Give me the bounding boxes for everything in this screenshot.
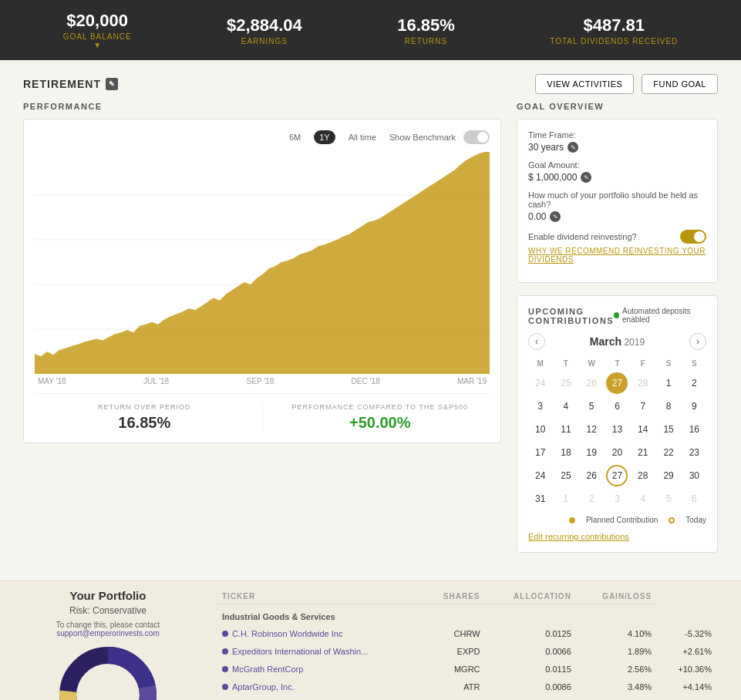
goal-amount-label: Goal Amount: <box>528 160 706 170</box>
table-row: AptarGroup, Inc. ATR 0.0086 3.48% +4.14% <box>216 678 718 696</box>
dividend-reinvest-toggle[interactable] <box>680 230 706 244</box>
earnings-value: $2,884.04 <box>227 15 302 35</box>
period-alltime-button[interactable]: All time <box>343 130 382 144</box>
stock-link-mgrc[interactable]: McGrath RentCorp <box>232 665 303 674</box>
calendar-year: 2019 <box>624 337 645 348</box>
calendar-grid: M T W T F S S 24 25 26 27 28 1 2 3 <box>528 356 706 510</box>
edit-contributions-link[interactable]: Edit recurring contributions <box>528 532 706 541</box>
cal-day-25-feb: 25 <box>555 372 577 394</box>
contact-email-link[interactable]: support@emperorinvests.com <box>56 629 160 638</box>
calendar-prev-button[interactable]: ‹ <box>528 333 545 350</box>
col-allocation: Allocation <box>487 589 578 604</box>
sector-header-row: Industrial Goods & Services <box>216 604 718 626</box>
cal-day-14: 14 <box>632 419 654 440</box>
cal-day-29: 29 <box>658 465 679 486</box>
cal-day-26-feb: 26 <box>581 372 602 394</box>
cal-day-15: 15 <box>658 419 679 440</box>
planned-legend-dot <box>569 517 575 523</box>
cal-day-5-apr: 5 <box>658 488 679 510</box>
cal-day-24: 24 <box>530 465 551 486</box>
goal-overview-card: Time Frame: 30 years ✎ Goal Amount: $ 1,… <box>517 119 718 283</box>
perf-controls: 6M 1Y All time Show Benchmark <box>35 130 490 144</box>
calendar-month-year: March 2019 <box>590 335 645 348</box>
calendar-legend: Planned Contribution Today <box>528 516 706 524</box>
cal-day-11: 11 <box>555 419 577 440</box>
stock-link-atr[interactable]: AptarGroup, Inc. <box>232 682 295 692</box>
return-period-label: RETURN OVER PERIOD <box>35 403 254 411</box>
portfolio-contact: To change this, please contact support@e… <box>23 621 193 638</box>
cal-header-w: W <box>580 356 604 371</box>
returns-label: RETURNS <box>397 37 455 45</box>
benchmark-toggle[interactable] <box>463 130 490 144</box>
benchmark-label: Show Benchmark <box>389 133 456 142</box>
cal-day-6: 6 <box>606 395 628 417</box>
view-activities-button[interactable]: VIEW ACTIVITIES <box>535 74 634 94</box>
fund-goal-button[interactable]: FUND GOAL <box>642 74 718 94</box>
performance-chart <box>35 150 490 374</box>
stock-shares-atr: 0.0086 <box>487 678 578 696</box>
stock-allocation-atr: 3.48% <box>578 678 658 696</box>
stock-table: Ticker Shares Allocation Gain/Loss Indus… <box>216 589 718 700</box>
stock-name-mgrc: McGrath RentCorp <box>216 661 423 678</box>
cal-day-27-planned: 27 <box>606 372 628 394</box>
cash-question-label: How much of your portfolio should be hel… <box>528 190 706 209</box>
dividend-reinvest-row: Enable dividend reinvesting? WHY WE RECO… <box>528 230 706 264</box>
stock-dot-atr <box>222 684 228 690</box>
stock-shares-expd: 0.0066 <box>487 643 578 661</box>
stock-shares-chrw: 0.0125 <box>487 625 578 643</box>
returns-stat: 16.85% RETURNS <box>397 15 455 45</box>
performance-title: PERFORMANCE <box>23 102 501 111</box>
period-1y-button[interactable]: 1Y <box>314 130 335 144</box>
cal-day-28: 28 <box>632 465 654 486</box>
cal-header-s2: S <box>682 356 706 371</box>
dividends-stat: $487.81 TOTAL DIVIDENDS RECEIVED <box>550 15 678 45</box>
table-row: C.H. Robinson Worldwide Inc CHRW 0.0125 … <box>216 625 718 643</box>
donut-svg <box>58 645 158 700</box>
stock-ticker-bco: BCO <box>423 696 487 701</box>
stock-ticker-atr: ATR <box>423 678 487 696</box>
cash-edit-icon[interactable]: ✎ <box>550 211 561 222</box>
cal-day-26: 26 <box>581 465 602 486</box>
stock-name-expd: Expeditors International of Washin... <box>216 643 423 661</box>
stock-shares-mgrc: 0.0115 <box>487 661 578 678</box>
chart-label-sep: SEP '18 <box>247 377 275 385</box>
calendar-next-button[interactable]: › <box>689 333 706 350</box>
returns-value: 16.85% <box>397 15 455 35</box>
goal-balance-arrow: ▼ <box>63 41 132 49</box>
goal-overview-title: GOAL OVERVIEW <box>517 102 718 111</box>
main-content: PERFORMANCE 6M 1Y All time Show Benchmar… <box>0 102 741 581</box>
calendar-month: March <box>590 335 621 348</box>
sector-label: Industrial Goods & Services <box>216 604 658 626</box>
cal-day-5: 5 <box>581 395 602 417</box>
goal-amount-edit-icon[interactable]: ✎ <box>581 172 591 183</box>
goal-balance-value: $20,000 <box>63 11 132 31</box>
cal-day-3-apr: 3 <box>606 488 628 510</box>
dividend-link[interactable]: WHY WE RECOMMEND REINVESTING YOUR DIVIDE… <box>528 247 706 264</box>
cal-day-12: 12 <box>581 419 602 440</box>
time-frame-edit-icon[interactable]: ✎ <box>568 142 578 153</box>
stock-link-expd[interactable]: Expeditors International of Washin... <box>232 647 368 656</box>
edit-icon[interactable]: ✎ <box>106 78 118 90</box>
chart-label-mar: MAR '19 <box>457 377 487 385</box>
cal-day-31: 31 <box>530 488 551 510</box>
cal-day-24-feb: 24 <box>530 372 551 394</box>
chart-label-dec: DEC '18 <box>352 377 380 385</box>
cal-day-20: 20 <box>606 442 628 463</box>
stock-dot-expd <box>222 648 228 655</box>
stock-link-chrw[interactable]: C.H. Robinson Worldwide Inc <box>232 629 342 638</box>
planned-legend-label: Planned Contribution <box>586 516 658 524</box>
return-period-value: 16.85% <box>35 414 254 432</box>
col-shares: Shares <box>423 589 487 604</box>
stock-gainloss-mgrc: +10.36% <box>658 661 718 678</box>
stock-ticker-mgrc: MGRC <box>423 661 487 678</box>
calendar-nav: ‹ March 2019 › <box>528 333 706 350</box>
dividends-value: $487.81 <box>550 15 678 35</box>
period-6m-button[interactable]: 6M <box>284 130 306 144</box>
portfolio-section: Your Portfolio Risk: Conservative To cha… <box>0 581 741 700</box>
cal-day-2-apr: 2 <box>581 488 602 510</box>
cal-day-7: 7 <box>632 395 654 417</box>
chart-x-labels: MAY '18 JUL '18 SEP '18 DEC '18 MAR '19 <box>35 377 490 385</box>
col-gainloss: Gain/Loss <box>578 589 658 604</box>
chart-svg <box>35 150 490 374</box>
chart-label-jul: JUL '18 <box>143 377 169 385</box>
